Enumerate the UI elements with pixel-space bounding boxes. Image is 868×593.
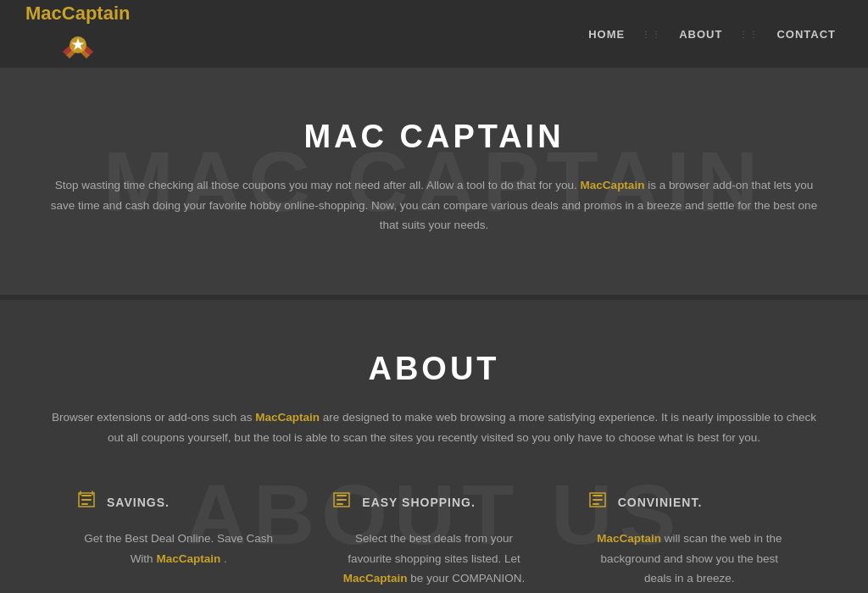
- feature-savings-header: SAVINGS.: [76, 490, 281, 515]
- feature-convenient-title: CONVINIENT.: [618, 496, 703, 509]
- nav-links: HOME ⋮⋮ ABOUT ⋮⋮ CONTACT: [581, 25, 843, 44]
- hero-title: MAC CAPTAIN: [34, 119, 834, 155]
- convenient-brand: MacCaptain: [597, 532, 661, 545]
- nav-home[interactable]: HOME: [581, 25, 632, 44]
- logo-text: MacCaptain: [25, 4, 130, 23]
- feature-savings-title: SAVINGS.: [107, 496, 170, 509]
- logo-icon: [25, 26, 130, 64]
- shopping-icon: [331, 490, 352, 515]
- feature-convenient-desc: MacCaptain will scan the web in the back…: [587, 529, 792, 589]
- nav-about[interactable]: ABOUT: [672, 25, 729, 44]
- feature-savings-desc: Get the Best Deal Online. Save Cash With…: [76, 529, 281, 568]
- about-section: ABOUT US ABOUT Browser extensions or add…: [0, 300, 868, 593]
- about-title: ABOUT: [34, 351, 834, 387]
- shopping-brand: MacCaptain: [343, 572, 408, 585]
- features-row: SAVINGS. Get the Best Deal Online. Save …: [34, 490, 834, 593]
- star-badge-icon: [59, 26, 97, 64]
- feature-shopping-header: EASY SHOPPING.: [331, 490, 536, 515]
- feature-shopping: EASY SHOPPING. Select the best deals fro…: [306, 490, 561, 593]
- feature-convenient: CONVINIENT. MacCaptain will scan the web…: [562, 490, 817, 593]
- feature-shopping-title: EASY SHOPPING.: [362, 496, 476, 509]
- feature-shopping-desc: Select the best deals from your favourit…: [331, 529, 536, 589]
- logo[interactable]: MacCaptain: [25, 4, 130, 64]
- nav-separator-1: ⋮⋮: [638, 30, 665, 39]
- hero-section: MAC CAPTAIN MAC CAPTAIN Stop wasting tim…: [0, 68, 868, 295]
- savings-brand: MacCaptain: [156, 552, 220, 565]
- nav-separator-2: ⋮⋮: [736, 30, 763, 39]
- savings-icon: [76, 490, 97, 515]
- nav-contact[interactable]: CONTACT: [770, 25, 843, 44]
- feature-convenient-header: CONVINIENT.: [587, 490, 792, 515]
- hero-description: Stop wasting time checking all those cou…: [44, 175, 824, 236]
- convenient-icon: [587, 490, 608, 515]
- about-description: Browser extensions or add-ons such as Ma…: [44, 407, 824, 447]
- feature-savings: SAVINGS. Get the Best Deal Online. Save …: [51, 490, 306, 593]
- hero-brand-mention: MacCaptain: [581, 179, 645, 191]
- about-brand-mention-1: MacCaptain: [255, 411, 320, 424]
- navbar: MacCaptain HOME ⋮⋮ ABOUT ⋮⋮ CONTACT: [0, 0, 868, 68]
